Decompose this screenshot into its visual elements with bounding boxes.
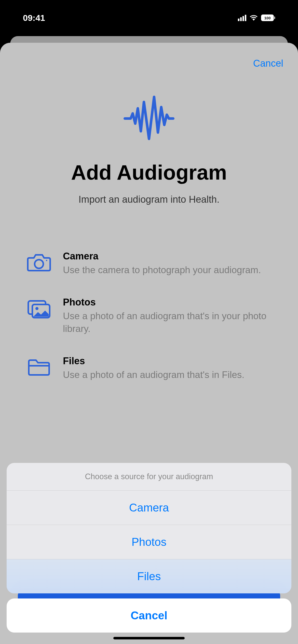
svg-point-0 <box>35 260 43 268</box>
audiogram-waveform-icon <box>12 94 286 143</box>
photos-icon <box>26 297 52 335</box>
option-description: Use a photo of an audiogram that's in yo… <box>63 310 272 335</box>
import-options-list: Camera Use the camera to photograph your… <box>12 251 286 381</box>
action-sheet: Choose a source for your audiogram Camer… <box>7 463 291 633</box>
page-title: Add Audiogram <box>12 160 286 184</box>
option-description: Use a photo of an audiogram that's in Fi… <box>63 369 272 381</box>
action-sheet-photos-option[interactable]: Photos <box>7 525 291 559</box>
option-title: Camera <box>63 251 272 262</box>
action-sheet-cancel-button[interactable]: Cancel <box>7 598 291 633</box>
svg-point-4 <box>35 307 38 310</box>
option-description: Use the camera to photograph your audiog… <box>63 264 272 276</box>
battery-level: 100 <box>261 14 274 21</box>
page-subtitle: Import an audiogram into Health. <box>12 194 286 205</box>
status-bar: 09:41 100 <box>0 0 298 36</box>
option-title: Files <box>63 356 272 367</box>
camera-icon <box>26 251 52 276</box>
folder-icon <box>26 356 52 381</box>
option-files: Files Use a photo of an audiogram that's… <box>26 356 272 381</box>
battery-indicator: 100 <box>261 14 275 21</box>
wifi-icon <box>250 15 258 21</box>
action-sheet-files-option[interactable]: Files <box>7 559 291 593</box>
cellular-signal-icon <box>238 15 246 21</box>
action-sheet-camera-option[interactable]: Camera <box>7 491 291 525</box>
svg-point-1 <box>46 260 47 261</box>
option-photos: Photos Use a photo of an audiogram that'… <box>26 297 272 335</box>
option-title: Photos <box>63 297 272 308</box>
status-indicators: 100 <box>238 14 275 21</box>
option-camera: Camera Use the camera to photograph your… <box>26 251 272 276</box>
action-sheet-title: Choose a source for your audiogram <box>7 463 291 491</box>
home-indicator[interactable] <box>113 637 185 639</box>
status-time: 09:41 <box>23 13 45 23</box>
cancel-button[interactable]: Cancel <box>253 58 283 69</box>
